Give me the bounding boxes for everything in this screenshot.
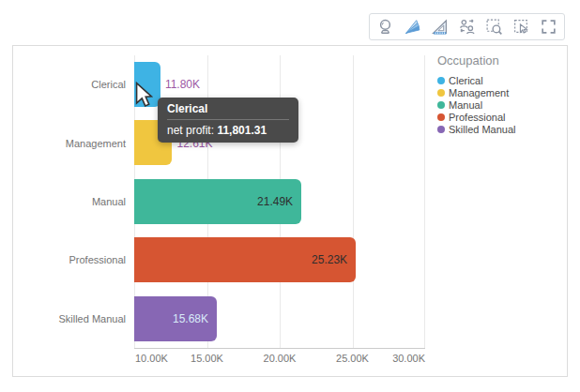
x-tick-label: 25.00K (336, 353, 369, 364)
x-tick-label: 10.00K (135, 353, 168, 364)
tooltip-title: Clerical (167, 102, 289, 115)
x-axis: 10.00K15.00K20.00K25.00K30.00K (134, 353, 425, 366)
toolbar-button-select-area[interactable] (509, 15, 534, 38)
legend-item-professional[interactable]: Professional (437, 111, 559, 123)
x-tick-label: 20.00K (264, 353, 297, 364)
value-label: 21.49K (257, 195, 293, 208)
value-label: 25.23K (312, 253, 347, 266)
category-label: Professional (69, 254, 126, 265)
prism-icon (404, 18, 421, 36)
bar-row-manual: Manual21.49K (134, 173, 425, 231)
magnifier-stand-icon (376, 18, 394, 36)
tooltip-label: net profit: (167, 124, 214, 137)
toolbar-button-zoom-area[interactable] (481, 15, 507, 38)
bar-row-skilled-manual: Skilled Manual15.68K (134, 290, 425, 348)
legend-title: Occupation (437, 53, 559, 68)
chart-card: Clerical11.80KManagement12.61KManual21.4… (12, 45, 568, 377)
legend-label: Management (449, 87, 509, 98)
category-label: Clerical (91, 79, 126, 90)
legend-swatch-icon (437, 101, 445, 109)
swap-users-icon (458, 18, 476, 36)
legend-item-clerical[interactable]: Clerical (437, 75, 559, 87)
toolbar-button-set-square[interactable] (427, 15, 452, 38)
value-label: 15.68K (173, 312, 208, 325)
x-tick-label: 15.00K (191, 353, 223, 364)
toolbar-button-prism[interactable] (400, 15, 425, 38)
legend-swatch-icon (437, 113, 445, 121)
category-label: Skilled Manual (58, 313, 126, 324)
select-area-icon (512, 18, 530, 36)
bar-row-professional: Professional25.23K (134, 231, 425, 289)
tooltip: Clerical net profit: 11,801.31 (158, 98, 298, 143)
value-label: 11.80K (165, 78, 200, 91)
x-tick-label: 30.00K (392, 353, 425, 364)
tooltip-value-line: net profit: 11,801.31 (167, 124, 289, 137)
category-label: Management (66, 138, 126, 149)
legend-label: Manual (449, 99, 482, 111)
category-label: Manual (92, 196, 126, 207)
legend: Occupation ClericalManagementManualProfe… (437, 53, 559, 135)
legend-swatch-icon (437, 126, 445, 133)
toolbar-button-swap-users[interactable] (454, 15, 480, 38)
toolbar-button-fullscreen[interactable] (536, 15, 561, 38)
legend-label: Professional (449, 112, 506, 123)
legend-label: Clerical (449, 75, 483, 86)
legend-item-skilled-manual[interactable]: Skilled Manual (437, 123, 559, 135)
mouse-cursor-icon (135, 82, 153, 113)
tooltip-value: 11,801.31 (217, 124, 267, 137)
legend-swatch-icon (437, 77, 445, 84)
legend-items: ClericalManagementManualProfessionalSkil… (437, 75, 559, 135)
legend-label: Skilled Manual (449, 124, 516, 135)
chart-toolbar (369, 13, 565, 40)
legend-swatch-icon (437, 89, 445, 97)
toolbar-button-magnifier-stand[interactable] (373, 15, 398, 38)
set-square-icon (431, 18, 449, 36)
legend-item-management[interactable]: Management (437, 87, 559, 99)
tooltip-divider (167, 119, 289, 120)
fullscreen-icon (540, 18, 557, 36)
legend-item-manual[interactable]: Manual (437, 99, 559, 112)
zoom-area-icon (485, 18, 503, 36)
